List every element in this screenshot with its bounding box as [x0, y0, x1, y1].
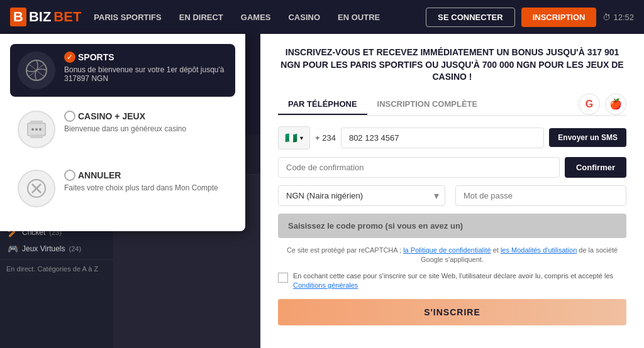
- registration-headline: INSCRIVEZ-VOUS ET RECEVEZ IMMÉDIATEMENT …: [278, 46, 626, 84]
- virtual-icon: 🎮: [8, 244, 18, 254]
- svg-point-4: [31, 128, 34, 131]
- password-input[interactable]: [455, 185, 626, 206]
- google-login-button[interactable]: G: [579, 94, 600, 115]
- social-icons: G 🍎: [579, 94, 626, 115]
- general-conditions-link[interactable]: Conditions générales: [293, 281, 358, 289]
- sports-bonus-icon: [18, 52, 55, 89]
- phone-input[interactable]: [341, 128, 544, 148]
- confirm-row: Confirmer: [278, 157, 626, 178]
- promo-section[interactable]: Saisissez le code promo (si vous en avez…: [278, 214, 626, 238]
- bonus-annuler-text: ANNULER Faites votre choix plus tard dan…: [64, 170, 218, 192]
- clock: ⏱ 12:52: [602, 13, 634, 22]
- tab-par-telephone[interactable]: PAR TÉLÉPHONE: [278, 94, 367, 115]
- chevron-down-icon: ▾: [300, 134, 303, 141]
- terms-text-1: En cochant cette case pour s'inscrire su…: [293, 272, 613, 280]
- terms-row: En cochant cette case pour s'inscrire su…: [278, 271, 626, 291]
- nav-casino[interactable]: CASINO: [288, 13, 320, 22]
- bonus-sports-text: ✓ SPORTS Bonus de bienvenue sur votre 1e…: [64, 52, 228, 83]
- phone-prefix: + 234: [315, 133, 336, 143]
- bonus-sports-title: SPORTS: [78, 52, 114, 62]
- logo-b-letter: B: [10, 8, 26, 26]
- sport-label: Jeux Virtuels: [22, 244, 65, 253]
- svg-rect-3: [30, 134, 43, 138]
- registration-tabs: PAR TÉLÉPHONE INSCRIPTION COMPLÈTE G 🍎: [278, 94, 626, 116]
- bonus-annuler-desc: Faites votre choix plus tard dans Mon Co…: [64, 183, 218, 192]
- logo-biz-text: BIZ: [29, 9, 51, 25]
- header-right: SE CONNECTER INSCRIPTION ⏱ 12:52: [426, 8, 634, 27]
- apple-login-button[interactable]: 🍎: [605, 94, 626, 115]
- nav-en-direct[interactable]: EN DIRECT: [179, 13, 223, 22]
- currency-wrapper: NGN (Naira nigérien): [278, 185, 445, 206]
- terms-checkbox[interactable]: [278, 273, 288, 283]
- connect-button[interactable]: SE CONNECTER: [426, 8, 514, 27]
- sinscrire-button[interactable]: S'INSCRIRE: [278, 299, 626, 325]
- svg-point-5: [35, 128, 38, 131]
- casino-check-icon: [64, 111, 75, 122]
- logo: B BIZ BET: [10, 8, 81, 26]
- nav-en-outre[interactable]: EN OUTRE: [338, 13, 380, 22]
- cancel-bonus-icon: [18, 170, 55, 207]
- bonus-casino-desc: Bienvenue dans un généreux casino: [64, 124, 186, 133]
- bonus-annuler-title: ANNULER: [78, 170, 121, 180]
- phone-row: 🇳🇬 ▾ + 234 Envoyer un SMS: [278, 126, 626, 150]
- clock-time: 12:52: [613, 13, 634, 22]
- sport-count: (24): [69, 245, 81, 253]
- privacy-policy-link[interactable]: la Politique de confidentialité: [403, 246, 491, 254]
- bonus-option-sports[interactable]: ✓ SPORTS Bonus de bienvenue sur votre 1e…: [10, 44, 235, 97]
- currency-select[interactable]: NGN (Naira nigérien): [278, 185, 445, 206]
- nav-paris-sportifs[interactable]: PARIS SPORTIFS: [94, 13, 161, 22]
- currency-password-row: NGN (Naira nigérien): [278, 185, 626, 206]
- country-selector[interactable]: 🇳🇬 ▾: [278, 126, 310, 150]
- bonus-option-annuler[interactable]: ANNULER Faites votre choix plus tard dan…: [10, 162, 235, 215]
- send-sms-button[interactable]: Envoyer un SMS: [549, 128, 626, 147]
- terms-text: En cochant cette case pour s'inscrire su…: [293, 271, 626, 291]
- recaptcha-text-2: et: [493, 246, 499, 254]
- sport-item-virtual[interactable]: 🎮 Jeux Virtuels (24): [0, 241, 113, 257]
- bonus-casino-text: CASINO + JEUX Bienvenue dans un généreux…: [64, 111, 186, 133]
- registration-panel: INSCRIVEZ-VOUS ET RECEVEZ IMMÉDIATEMENT …: [260, 34, 644, 348]
- nav-games[interactable]: GAMES: [241, 13, 271, 22]
- inscription-button[interactable]: INSCRIPTION: [521, 8, 597, 27]
- svg-rect-2: [30, 121, 43, 124]
- bonus-option-casino[interactable]: CASINO + JEUX Bienvenue dans un généreux…: [10, 103, 235, 156]
- clock-icon: ⏱: [602, 13, 611, 22]
- confirmation-code-input[interactable]: [278, 157, 560, 178]
- tab-inscription-complete[interactable]: INSCRIPTION COMPLÈTE: [367, 94, 488, 115]
- casino-bonus-icon: [18, 111, 55, 148]
- bonus-casino-title: CASINO + JEUX: [78, 111, 145, 121]
- bonus-sports-desc: Bonus de bienvenue sur votre 1er dépôt j…: [64, 65, 228, 83]
- logo-bet-text: BET: [53, 9, 81, 25]
- header: B BIZ BET PARIS SPORTIFS EN DIRECT GAMES…: [0, 0, 644, 34]
- confirmer-button[interactable]: Confirmer: [565, 157, 626, 178]
- annuler-check-icon: [64, 170, 75, 181]
- recaptcha-notice: Ce site est protégé par reCAPTCHA ; la P…: [278, 246, 626, 265]
- main-nav: PARIS SPORTIFS EN DIRECT GAMES CASINO EN…: [94, 13, 413, 22]
- svg-point-6: [39, 128, 42, 131]
- terms-of-use-link[interactable]: les Modalités d'utilisation: [501, 246, 577, 254]
- sidebar-bottom: En direct. Catégories de A à Z: [0, 259, 113, 278]
- recaptcha-text-1: Ce site est protégé par reCAPTCHA ;: [287, 246, 401, 254]
- sports-check-icon: ✓: [64, 52, 75, 63]
- nigeria-flag-icon: 🇳🇬: [285, 132, 297, 144]
- bonus-popup: ✓ SPORTS Bonus de bienvenue sur votre 1e…: [0, 34, 245, 231]
- main-layout: 🏆 TOP Chan 👤 Top matc ▶ ÉVÉNEM ⚽ Footbal…: [0, 34, 644, 348]
